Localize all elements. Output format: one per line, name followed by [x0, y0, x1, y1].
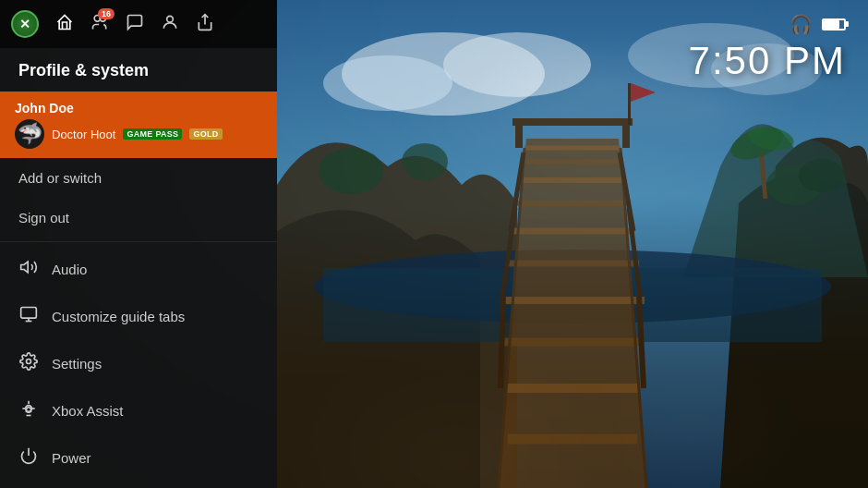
avatar: 🦈: [15, 119, 44, 149]
sidebar: ✕ 16: [0, 0, 277, 488]
svg-line-19: [621, 148, 646, 488]
profile-selected-item[interactable]: John Doe 🦈 Doctor Hoot GAME PASS GOLD: [0, 92, 277, 158]
gold-badge: GOLD: [189, 128, 222, 140]
svg-rect-27: [622, 120, 630, 148]
svg-rect-28: [512, 118, 633, 126]
settings-label: Settings: [52, 356, 102, 372]
svg-line-23: [620, 152, 633, 231]
xbox-assist-menu-item[interactable]: Xbox Assist: [0, 387, 277, 434]
xbox-logo[interactable]: ✕: [11, 10, 39, 38]
clock-display: 7:50 PM: [689, 39, 846, 83]
svg-point-31: [402, 143, 448, 180]
svg-point-3: [323, 55, 452, 111]
sign-out-item[interactable]: Sign out: [0, 198, 277, 238]
nav-social-icon[interactable]: 16: [90, 13, 109, 36]
headset-icon: 🎧: [790, 13, 813, 35]
section-title: Profile & system: [0, 48, 277, 92]
svg-point-6: [314, 250, 831, 323]
monitor-icon: [18, 305, 39, 328]
svg-line-21: [502, 208, 515, 296]
svg-marker-40: [21, 262, 29, 273]
audio-menu-item[interactable]: Audio: [0, 246, 277, 293]
svg-line-18: [499, 148, 524, 488]
svg-line-22: [500, 296, 503, 388]
power-icon: [18, 446, 39, 470]
svg-line-24: [629, 208, 640, 296]
svg-rect-41: [21, 308, 37, 319]
audio-label: Audio: [52, 262, 87, 277]
lightbulb-icon: [18, 399, 39, 422]
svg-rect-26: [515, 120, 523, 148]
nav-home-icon[interactable]: [55, 13, 74, 36]
settings-menu-item[interactable]: Settings: [0, 340, 277, 387]
svg-rect-34: [758, 143, 767, 199]
add-switch-item[interactable]: Add or switch: [0, 158, 277, 198]
svg-point-2: [443, 32, 591, 97]
svg-point-32: [766, 165, 822, 205]
svg-point-1: [342, 32, 545, 116]
gamertag-text: Doctor Hoot: [52, 128, 115, 141]
gamepass-badge: GAME PASS: [123, 128, 182, 140]
svg-point-44: [27, 360, 31, 364]
top-nav-bar: ✕ 16: [0, 0, 277, 48]
svg-point-35: [727, 121, 789, 166]
customize-menu-item[interactable]: Customize guide tabs: [0, 293, 277, 340]
svg-point-36: [746, 124, 795, 153]
status-icons: 🎧: [689, 13, 846, 35]
svg-rect-29: [628, 83, 631, 125]
menu-divider: [0, 241, 277, 242]
customize-label: Customize guide tabs: [52, 309, 185, 324]
profile-display-name: John Doe: [15, 101, 262, 116]
svg-point-33: [799, 159, 845, 192]
nav-chat-icon[interactable]: [126, 13, 144, 36]
svg-point-30: [319, 148, 383, 194]
svg-line-25: [639, 296, 644, 388]
nav-share-icon[interactable]: [196, 13, 214, 36]
svg-point-38: [167, 16, 174, 22]
xbox-assist-label: Xbox Assist: [52, 403, 124, 419]
settings-icon: [18, 352, 39, 375]
nav-profile-icon[interactable]: [161, 13, 179, 36]
power-menu-item[interactable]: Power: [0, 434, 277, 482]
battery-icon: [822, 18, 846, 30]
clock-area: 🎧 7:50 PM: [689, 13, 846, 83]
svg-rect-7: [323, 268, 822, 342]
audio-icon: [18, 258, 39, 281]
profile-gamertag-row: 🦈 Doctor Hoot GAME PASS GOLD: [15, 119, 262, 149]
power-label: Power: [52, 450, 91, 466]
svg-line-20: [511, 152, 524, 231]
social-badge: 16: [98, 8, 115, 19]
